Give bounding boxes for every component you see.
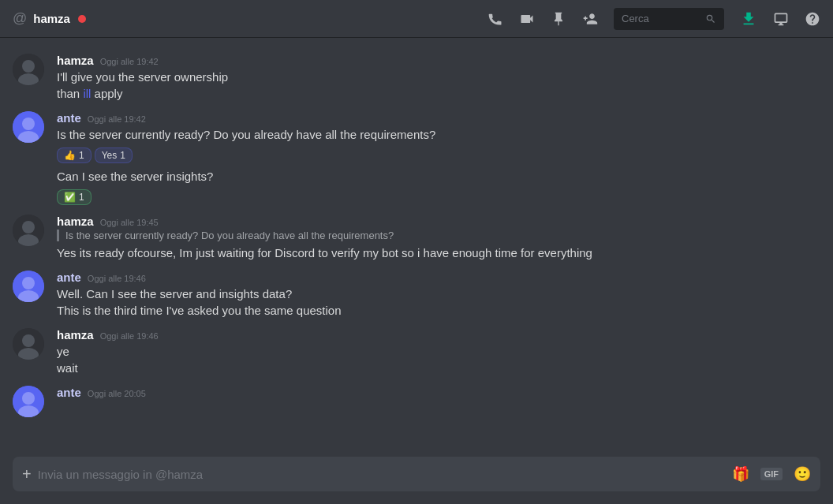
svg-point-1 [22, 60, 35, 73]
message-timestamp: Oggi alle 20:05 [88, 389, 146, 398]
message-header: ante Oggi alle 19:42 [57, 111, 820, 125]
message-timestamp: Oggi alle 19:46 [88, 274, 146, 283]
message-username: hamza [57, 215, 94, 228]
avatar [13, 386, 44, 417]
message-group: hamza Oggi alle 19:45 Is the server curr… [0, 211, 833, 264]
message-content: ante Oggi alle 20:05 [57, 386, 820, 401]
message-header: hamza Oggi alle 19:42 [57, 54, 820, 67]
message-username: hamza [57, 328, 94, 342]
message-text: wait [57, 360, 820, 376]
dm-username: hamza [33, 12, 70, 25]
message-username: ante [57, 111, 81, 125]
bottom-bar: + 🎁 GIF 🙂 [0, 450, 833, 504]
svg-point-10 [22, 277, 35, 289]
svg-point-16 [22, 392, 35, 405]
message-text: Yes its ready ofcourse, Im just waiting … [57, 245, 820, 261]
message-header: hamza Oggi alle 19:45 [57, 215, 820, 228]
message-content: hamza Oggi alle 19:45 Is the server curr… [57, 215, 820, 261]
input-icons: 🎁 GIF 🙂 [732, 465, 811, 483]
svg-point-13 [22, 334, 35, 347]
avatar [13, 54, 44, 85]
reactions-row: 👍 1 Yes 1 [57, 147, 820, 163]
message-username: hamza [57, 54, 94, 67]
at-symbol: @ [13, 10, 27, 27]
avatar [13, 271, 44, 302]
gift-icon[interactable]: 🎁 [732, 465, 749, 483]
svg-point-4 [22, 118, 35, 130]
avatar [13, 111, 44, 143]
video-icon[interactable] [519, 11, 535, 27]
message-group: hamza Oggi alle 19:42 I'll give you the … [0, 50, 833, 105]
message-text: than ill apply [57, 85, 820, 102]
message-header: ante Oggi alle 19:46 [57, 271, 820, 284]
add-user-icon[interactable] [582, 11, 598, 27]
svg-point-7 [22, 221, 35, 233]
message-header: ante Oggi alle 20:05 [57, 386, 820, 399]
header-icons [487, 8, 820, 30]
message-group: ante Oggi alle 19:42 Is the server curre… [0, 108, 833, 208]
message-text: This is the third time I've asked you th… [57, 302, 820, 319]
message-timestamp: Oggi alle 19:42 [100, 57, 159, 66]
message-timestamp: Oggi alle 19:42 [88, 114, 146, 124]
message-input[interactable] [38, 468, 726, 481]
avatar [13, 215, 44, 246]
gif-button[interactable]: GIF [760, 468, 783, 480]
status-dot [78, 15, 86, 23]
message-text: Is the server currently ready? Do you al… [57, 126, 820, 143]
help-icon[interactable] [805, 11, 820, 27]
message-group: ante Oggi alle 19:46 Well. Can I see the… [0, 267, 833, 322]
reaction-yes[interactable]: Yes 1 [95, 147, 133, 163]
reactions-row2: ✅ 1 [57, 189, 820, 205]
reaction-thumbsup[interactable]: 👍 1 [57, 147, 92, 163]
message-timestamp: Oggi alle 19:46 [100, 331, 159, 341]
messages-area: hamza Oggi alle 19:42 I'll give you the … [0, 38, 833, 450]
highlighted-text: ill [83, 87, 91, 100]
header: @ hamza [0, 0, 833, 38]
screen-icon[interactable] [773, 11, 789, 27]
message-timestamp: Oggi alle 19:45 [100, 218, 159, 227]
message-content: ante Oggi alle 19:46 Well. Can I see the… [57, 271, 820, 319]
phone-icon[interactable] [487, 11, 503, 27]
message-group: hamza Oggi alle 19:46 ye wait [0, 325, 833, 379]
message-input-wrapper: + 🎁 GIF 🙂 [13, 457, 820, 491]
message-header: hamza Oggi alle 19:46 [57, 328, 820, 342]
message-text: Can I see the server insights? [57, 168, 820, 185]
add-content-button[interactable]: + [22, 466, 32, 482]
search-box[interactable] [614, 8, 724, 30]
message-username: ante [57, 386, 81, 399]
message-username: ante [57, 271, 81, 284]
download-icon[interactable] [740, 10, 757, 28]
message-content: hamza Oggi alle 19:46 ye wait [57, 328, 820, 376]
header-left: @ hamza [13, 10, 86, 27]
avatar [13, 328, 44, 360]
emoji-icon[interactable]: 🙂 [794, 465, 811, 483]
message-content: ante Oggi alle 19:42 Is the server curre… [57, 111, 820, 205]
message-text: ye [57, 343, 820, 360]
message-content: hamza Oggi alle 19:42 I'll give you the … [57, 54, 820, 102]
reaction-check[interactable]: ✅ 1 [57, 189, 92, 205]
message-text: I'll give you the server ownership [57, 69, 820, 85]
search-input[interactable] [622, 13, 700, 24]
message-text: Well. Can I see the server and insights … [57, 286, 820, 302]
pin-icon[interactable] [551, 11, 566, 27]
quoted-message: Is the server currently ready? Do you al… [57, 230, 820, 241]
message-group: ante Oggi alle 20:05 [0, 383, 833, 404]
